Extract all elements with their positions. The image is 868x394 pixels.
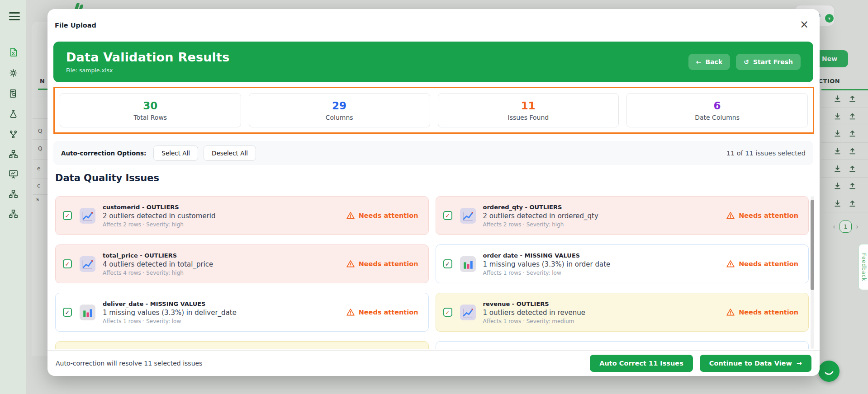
modal-footer: Auto-correction will resolve 11 selected… — [47, 350, 820, 376]
start-fresh-button[interactable]: ↺ Start Fresh — [736, 54, 801, 70]
stat-value: 11 — [521, 100, 536, 112]
back-button[interactable]: ← Back — [688, 54, 730, 70]
stat-label: Date Columns — [695, 114, 740, 121]
stat-value: 6 — [714, 100, 721, 112]
stat-value: 30 — [143, 100, 157, 112]
warning-icon — [346, 211, 355, 220]
issue-card-partial[interactable] — [436, 341, 809, 349]
sitemap-icon[interactable] — [8, 189, 19, 199]
issue-description: 1 missing values (3.3%) in deliver_date — [103, 309, 346, 317]
continue-button[interactable]: Continue to Data View → — [700, 355, 811, 372]
issue-meta: Affects 1 rows · Severity: medium — [483, 318, 726, 324]
flask-icon[interactable] — [8, 109, 19, 119]
issue-checkbox[interactable]: ✓ — [443, 211, 452, 220]
issue-title: total_price - OUTLIERS — [103, 252, 346, 259]
check-icon: ✓ — [65, 212, 70, 219]
issue-title: customerid - OUTLIERS — [103, 204, 346, 211]
needs-attention-badge: Needs attention — [726, 259, 798, 268]
file-upload-modal: File Upload × Data Validation Results Fi… — [47, 9, 820, 376]
stat-value: 29 — [332, 100, 346, 112]
issue-card[interactable]: ✓ total_price - OUTLIERS 4 outliers dete… — [55, 244, 429, 283]
stat-columns: 29 Columns — [249, 93, 430, 127]
gear-icon[interactable] — [8, 68, 19, 78]
bar-chart-icon — [460, 256, 476, 272]
stat-label: Columns — [326, 114, 353, 121]
issues-scroll-area[interactable]: ✓ customerid - OUTLIERS 2 outliers detec… — [55, 196, 809, 349]
issues-heading: Data Quality Issues — [55, 173, 159, 183]
needs-attention-badge: Needs attention — [346, 259, 418, 268]
feedback-tab[interactable]: Feedback — [859, 244, 868, 290]
check-icon: ✓ — [65, 261, 70, 267]
banner-file-name: File: sample.xlsx — [66, 67, 229, 74]
stat-label: Issues Found — [508, 114, 549, 121]
issue-card[interactable]: ✓ deliver_date - MISSING VALUES 1 missin… — [55, 293, 429, 332]
sitemap-icon[interactable] — [8, 149, 19, 159]
issue-checkbox[interactable]: ✓ — [63, 259, 72, 268]
line-chart-icon — [460, 207, 476, 224]
sitemap-icon[interactable] — [8, 209, 19, 219]
git-branch-icon[interactable] — [8, 129, 19, 140]
validation-banner: Data Validation Results File: sample.xls… — [53, 42, 813, 82]
scrollbar-thumb[interactable] — [811, 200, 814, 290]
check-icon: ✓ — [445, 261, 450, 267]
needs-attention-badge: Needs attention — [346, 308, 418, 317]
stats-row: 30 Total Rows 29 Columns 11 Issues Found… — [53, 87, 814, 134]
line-chart-icon — [79, 207, 96, 224]
issue-card[interactable]: ✓ revenue - OUTLIERS 1 outliers detected… — [436, 293, 809, 332]
autocorrect-bar: Auto-correction Options: Select All Dese… — [53, 141, 813, 165]
chat-fab-button[interactable] — [818, 361, 840, 382]
autocorrect-label: Auto-correction Options: — [61, 150, 146, 157]
issue-title: revenue - OUTLIERS — [483, 300, 726, 307]
issue-meta: Affects 2 rows · Severity: high — [103, 221, 346, 228]
warning-icon — [726, 211, 735, 220]
arrow-right-icon: → — [797, 360, 802, 367]
issue-description: 1 missing values (3.3%) in order date — [483, 260, 726, 268]
footer-note: Auto-correction will resolve 11 selected… — [56, 360, 202, 367]
needs-attention-badge: Needs attention — [726, 308, 798, 317]
check-icon: ✓ — [65, 309, 70, 316]
issue-description: 2 outliers detected in customerid — [103, 212, 346, 220]
stat-label: Total Rows — [134, 114, 167, 121]
check-icon: ✓ — [445, 212, 450, 219]
issue-card[interactable]: ✓ order date - MISSING VALUES 1 missing … — [436, 244, 809, 283]
spreadsheet-file-icon[interactable] — [8, 47, 19, 57]
back-arrow-icon: ← — [696, 58, 702, 66]
issue-meta: Affects 2 rows · Severity: high — [483, 221, 726, 228]
hamburger-menu-icon[interactable] — [9, 12, 20, 23]
issue-card[interactable]: ✓ customerid - OUTLIERS 2 outliers detec… — [55, 196, 429, 235]
issues-scrollbar[interactable] — [811, 196, 814, 349]
issue-card[interactable]: ✓ ordered_qty - OUTLIERS 2 outliers dete… — [436, 196, 809, 235]
modal-title: File Upload — [55, 22, 96, 29]
issue-description: 2 outliers detected in ordered_qty — [483, 212, 726, 220]
issue-checkbox[interactable]: ✓ — [443, 308, 452, 317]
warning-icon — [346, 259, 355, 268]
select-all-button[interactable]: Select All — [153, 145, 198, 161]
needs-attention-badge: Needs attention — [726, 211, 798, 220]
issue-meta: Affects 4 rows · Severity: high — [103, 270, 346, 276]
issue-description: 4 outliers detected in total_price — [103, 260, 346, 268]
issue-title: deliver_date - MISSING VALUES — [103, 300, 346, 307]
bar-chart-icon — [79, 304, 96, 321]
warning-icon — [726, 308, 735, 317]
issue-title: order date - MISSING VALUES — [483, 252, 726, 259]
issue-checkbox[interactable]: ✓ — [63, 308, 72, 317]
presentation-chart-icon[interactable] — [8, 169, 19, 179]
document-search-icon[interactable] — [8, 89, 19, 99]
issue-meta: Affects 1 rows · Severity: low — [483, 270, 726, 276]
sidebar — [0, 0, 26, 394]
line-chart-icon — [460, 304, 476, 321]
needs-attention-badge: Needs attention — [346, 211, 418, 220]
close-icon[interactable]: × — [800, 19, 809, 30]
issue-checkbox[interactable]: ✓ — [443, 259, 452, 268]
warning-icon — [346, 308, 355, 317]
banner-title: Data Validation Results — [66, 50, 229, 64]
issue-title: ordered_qty - OUTLIERS — [483, 204, 726, 211]
issue-card-partial[interactable] — [55, 341, 429, 349]
issue-checkbox[interactable]: ✓ — [63, 211, 72, 220]
deselect-all-button[interactable]: Deselect All — [204, 145, 256, 161]
issue-meta: Affects 1 rows · Severity: low — [103, 318, 346, 324]
selected-count: 11 of 11 issues selected — [726, 150, 806, 157]
auto-correct-button[interactable]: Auto Correct 11 Issues — [590, 355, 693, 372]
stat-total-rows: 30 Total Rows — [60, 93, 241, 127]
chat-swoosh-icon — [823, 365, 835, 378]
